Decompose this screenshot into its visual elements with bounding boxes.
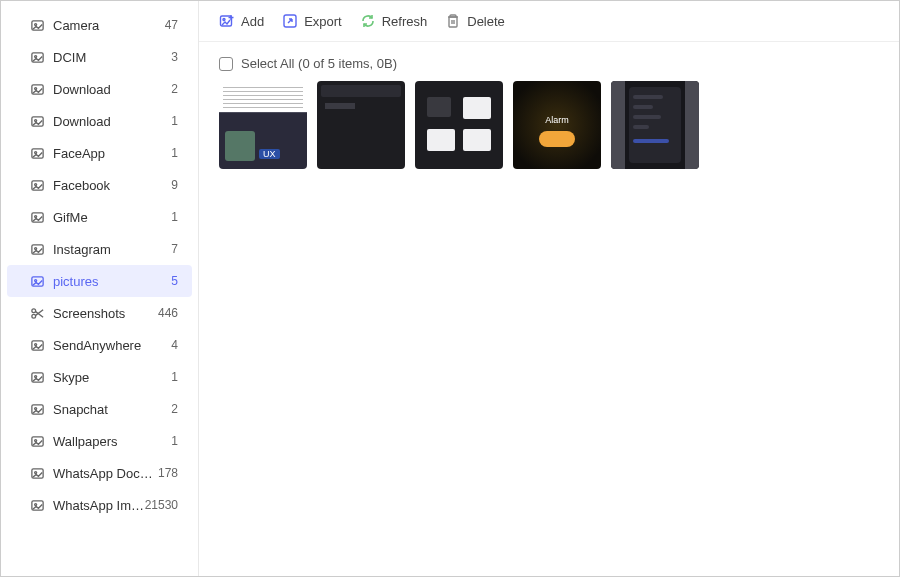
image-icon [29,273,45,289]
thumbnail-item[interactable] [415,81,503,169]
sidebar-item-label: pictures [53,274,171,289]
svg-point-3 [34,55,36,57]
add-image-icon [219,13,235,29]
sidebar-item-count: 9 [171,178,178,192]
svg-point-13 [34,215,36,217]
sidebar-item-count: 21530 [145,498,178,512]
sidebar-item-whatsapp-documents[interactable]: WhatsApp Documents178 [7,457,192,489]
svg-rect-35 [449,17,457,27]
sidebar-item-count: 178 [158,466,178,480]
sidebar-item-count: 1 [171,114,178,128]
svg-point-9 [34,151,36,153]
sidebar-item-count: 2 [171,82,178,96]
sidebar-item-count: 446 [158,306,178,320]
trash-icon [445,13,461,29]
sidebar-item-instagram[interactable]: Instagram7 [7,233,192,265]
svg-point-5 [34,87,36,89]
sidebar-item-label: WhatsApp Images [53,498,145,513]
thumbnail-item[interactable] [611,81,699,169]
toolbar: Add Export Refresh [199,1,899,42]
sidebar-item-camera[interactable]: Camera47 [7,9,192,41]
sidebar-item-count: 4 [171,338,178,352]
sidebar-item-download[interactable]: Download2 [7,73,192,105]
svg-point-19 [31,314,35,318]
image-icon [29,401,45,417]
thumbnail-grid: UX Alarm [199,81,899,169]
thumbnail-item[interactable]: Alarm [513,81,601,169]
sidebar-item-label: Wallpapers [53,434,171,449]
thumbnail-item[interactable]: UX [219,81,307,169]
sidebar-item-count: 2 [171,402,178,416]
thumbnail-caption: Alarm [513,115,601,125]
image-icon [29,497,45,513]
sidebar-item-label: Download [53,82,171,97]
image-icon [29,49,45,65]
sidebar-item-label: Snapchat [53,402,171,417]
refresh-icon [360,13,376,29]
delete-button[interactable]: Delete [445,13,505,29]
sidebar-item-facebook[interactable]: Facebook9 [7,169,192,201]
sidebar-item-download[interactable]: Download1 [7,105,192,137]
svg-point-15 [34,247,36,249]
sidebar: Camera47DCIM3Download2Download1FaceApp1F… [1,1,199,576]
sidebar-item-whatsapp-images[interactable]: WhatsApp Images21530 [7,489,192,521]
svg-point-1 [34,23,36,25]
sidebar-item-count: 7 [171,242,178,256]
sidebar-item-label: DCIM [53,50,171,65]
refresh-button[interactable]: Refresh [360,13,428,29]
sidebar-item-label: FaceApp [53,146,171,161]
tool-label: Add [241,14,264,29]
image-icon [29,241,45,257]
image-icon [29,113,45,129]
svg-point-17 [34,279,36,281]
sidebar-item-label: Facebook [53,178,171,193]
export-button[interactable]: Export [282,13,342,29]
sidebar-item-count: 1 [171,210,178,224]
sidebar-item-dcim[interactable]: DCIM3 [7,41,192,73]
svg-point-18 [31,308,35,312]
svg-point-7 [34,119,36,121]
svg-point-27 [34,439,36,441]
sidebar-item-faceapp[interactable]: FaceApp1 [7,137,192,169]
sidebar-item-wallpapers[interactable]: Wallpapers1 [7,425,192,457]
svg-point-11 [34,183,36,185]
sidebar-item-count: 47 [165,18,178,32]
image-icon [29,433,45,449]
sidebar-item-count: 3 [171,50,178,64]
svg-point-29 [34,471,36,473]
sidebar-item-label: Camera [53,18,165,33]
scissors-icon [29,305,45,321]
sidebar-item-label: Instagram [53,242,171,257]
sidebar-item-gifme[interactable]: GifMe1 [7,201,192,233]
select-all-checkbox[interactable] [219,57,233,71]
svg-point-21 [34,343,36,345]
add-button[interactable]: Add [219,13,264,29]
image-icon [29,369,45,385]
svg-point-33 [223,19,225,21]
image-icon [29,81,45,97]
tool-label: Export [304,14,342,29]
sidebar-item-snapchat[interactable]: Snapchat2 [7,393,192,425]
select-all-row: Select All (0 of 5 items, 0B) [199,42,899,81]
sidebar-item-skype[interactable]: Skype1 [7,361,192,393]
sidebar-item-label: Screenshots [53,306,158,321]
tool-label: Delete [467,14,505,29]
image-icon [29,145,45,161]
thumbnail-item[interactable] [317,81,405,169]
sidebar-item-sendanywhere[interactable]: SendAnywhere4 [7,329,192,361]
sidebar-item-pictures[interactable]: pictures5 [7,265,192,297]
sidebar-item-label: Skype [53,370,171,385]
svg-point-23 [34,375,36,377]
sidebar-item-label: Download [53,114,171,129]
export-icon [282,13,298,29]
sidebar-item-label: WhatsApp Documents [53,466,158,481]
image-icon [29,177,45,193]
sidebar-item-count: 5 [171,274,178,288]
svg-point-25 [34,407,36,409]
sidebar-item-count: 1 [171,434,178,448]
sidebar-item-count: 1 [171,370,178,384]
svg-point-31 [34,503,36,505]
image-icon [29,337,45,353]
image-icon [29,465,45,481]
sidebar-item-screenshots[interactable]: Screenshots446 [7,297,192,329]
